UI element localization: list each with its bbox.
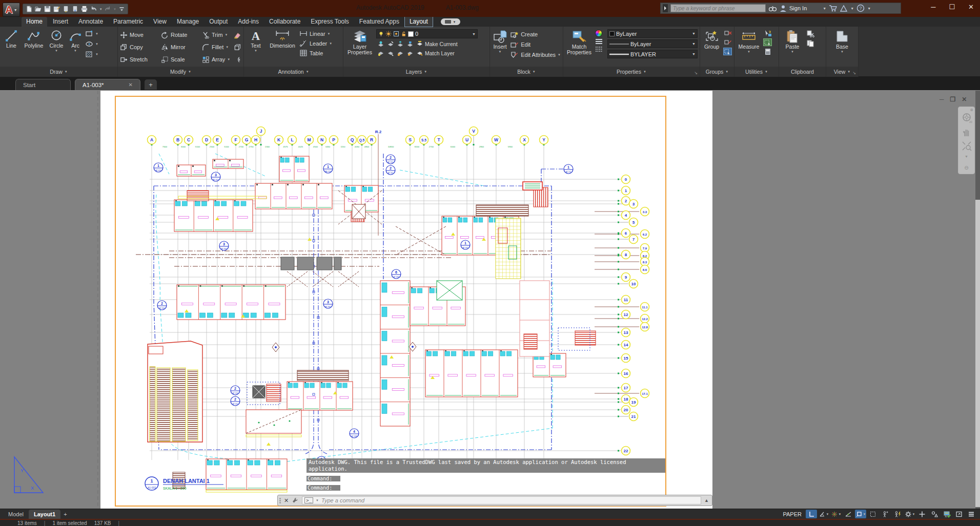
grid-display-toggle[interactable]	[806, 510, 817, 518]
base-button[interactable]: Base▼	[831, 28, 853, 67]
collapse-arrow-icon[interactable]	[663, 4, 668, 12]
group-button[interactable]: Group	[702, 28, 721, 67]
apps-dropdown[interactable]: ▼	[850, 7, 854, 10]
search-input[interactable]	[670, 4, 766, 12]
transfer-button[interactable]	[71, 5, 79, 13]
layer-restore-tool[interactable]	[376, 49, 385, 57]
group-edit-button[interactable]	[723, 38, 732, 46]
close-tab-icon[interactable]: ✕	[129, 82, 133, 88]
layer-prev-tool[interactable]	[396, 49, 404, 57]
layer-isolate-tool[interactable]	[386, 40, 395, 48]
plot-device-button[interactable]	[62, 5, 70, 13]
paper-space-toggle[interactable]: PAPER	[780, 511, 805, 517]
create-block-button[interactable]: Create	[510, 30, 561, 39]
redo-button[interactable]	[104, 5, 112, 13]
tab-manage[interactable]: Manage	[172, 17, 203, 27]
tab-layout[interactable]: Layout	[405, 17, 433, 27]
text-button[interactable]: A Text▼	[246, 28, 266, 67]
ribbon-display-toggle[interactable]: ▼	[441, 18, 460, 25]
undo-button[interactable]	[90, 5, 97, 13]
tab-view[interactable]: View	[149, 17, 171, 27]
steering-wheel-icon[interactable]: 2D	[961, 112, 972, 123]
polar-tracking-toggle[interactable]: ▼	[830, 510, 842, 518]
dimension-button[interactable]: Dimension	[268, 28, 297, 67]
layer-lock-tool[interactable]	[405, 40, 414, 48]
leader-button[interactable]: Leader▼	[299, 39, 332, 48]
workspace-gear-button[interactable]: ▼	[904, 510, 915, 518]
quick-select-button[interactable]	[763, 29, 772, 37]
circle-button[interactable]: Circle▼	[47, 28, 66, 67]
transparency-icon[interactable]	[595, 46, 603, 52]
isolate-objects-button[interactable]	[929, 510, 940, 518]
rotate-button[interactable]: Rotate	[161, 29, 202, 41]
customization-menu-button[interactable]	[966, 510, 977, 518]
pan-hand-icon[interactable]	[962, 127, 972, 137]
offset-button[interactable]	[233, 53, 241, 66]
tab-collaborate[interactable]: Collaborate	[264, 17, 305, 27]
help-icon[interactable]: ?	[856, 4, 865, 12]
panel-caption-modify[interactable]: Modify▼	[118, 67, 243, 77]
hatch-button[interactable]: ▼	[85, 50, 98, 58]
fillet-button[interactable]: Fillet▼	[202, 41, 229, 53]
add-layout-tab[interactable]: +	[60, 510, 70, 519]
file-tab-a1-003[interactable]: A1-003*✕	[75, 79, 140, 90]
vertical-scrollbar[interactable]	[975, 91, 980, 509]
clean-screen-button[interactable]	[953, 510, 965, 518]
scrollbar-thumb[interactable]	[975, 200, 980, 507]
object-snap-toggle[interactable]: ▼	[855, 510, 866, 518]
layer-match-tool[interactable]	[386, 49, 395, 57]
navbar-more-dropdown[interactable]: ▼	[965, 155, 968, 158]
save-button[interactable]	[44, 5, 51, 13]
selection-cycling-toggle[interactable]	[867, 510, 879, 518]
open-file-button[interactable]	[34, 5, 42, 13]
redo-dropdown[interactable]: ▼	[113, 5, 116, 13]
zoom-extents-icon[interactable]	[962, 141, 972, 151]
drawing-minimize-button[interactable]: ─	[940, 96, 944, 103]
search-binoculars-icon[interactable]	[768, 5, 777, 12]
ellipse-button[interactable]: ▼	[85, 40, 98, 48]
minimize-button[interactable]: ─	[931, 3, 935, 11]
file-tab-start[interactable]: Start	[15, 79, 71, 90]
erase-button[interactable]	[233, 29, 241, 41]
layer-off-tool[interactable]	[376, 40, 385, 48]
autoscale-toggle[interactable]	[892, 510, 903, 518]
lineweight-select[interactable]: BYLAYER▼	[607, 50, 698, 58]
panel-caption-view[interactable]: View▼↘	[826, 67, 858, 77]
paste-button[interactable]: Paste▼	[781, 28, 804, 67]
quick-calculator-button[interactable]	[763, 48, 772, 55]
array-button[interactable]: Array▼	[202, 53, 230, 66]
panel-caption-layers[interactable]: Layers▼	[343, 67, 489, 77]
panel-caption-block[interactable]: Block▼	[490, 67, 563, 77]
layer-properties-button[interactable]: Layer Properties	[345, 28, 374, 67]
close-button[interactable]: ✕	[968, 3, 974, 11]
navigation-bar[interactable]: ⊗ 2D ▼ ⊖	[958, 107, 975, 174]
tab-express-tools[interactable]: Express Tools	[306, 17, 353, 27]
insert-button[interactable]: Insert▼	[492, 28, 508, 67]
command-input[interactable]: >_ ▼ Type a command	[302, 496, 701, 504]
layer-freeze-tool[interactable]	[396, 40, 404, 48]
application-menu-button[interactable]: A▼	[3, 3, 20, 17]
tab-output[interactable]: Output	[205, 17, 232, 27]
panel-caption-properties[interactable]: Properties▼↘	[563, 67, 700, 77]
drawing-close-button[interactable]: ✕	[962, 96, 967, 103]
layer-select[interactable]: 0 ▼	[376, 29, 478, 38]
help-dropdown[interactable]: ▼	[867, 7, 871, 10]
sign-in-dropdown[interactable]: ▼	[823, 7, 826, 10]
layout1-tab[interactable]: Layout1	[29, 510, 60, 519]
panel-caption-utilities[interactable]: Utilities▼	[734, 67, 779, 77]
ungroup-button[interactable]	[723, 29, 732, 37]
linetype-select[interactable]: ByLayer▼	[607, 39, 698, 48]
model-tab[interactable]: Model	[3, 510, 29, 519]
tab-add-ins[interactable]: Add-ins	[233, 17, 263, 27]
annotation-monitor-toggle[interactable]	[916, 510, 928, 518]
autodesk-app-icon[interactable]	[840, 5, 848, 12]
rectangle-button[interactable]: ▼	[85, 30, 98, 38]
sign-in-label[interactable]: Sign In	[789, 5, 807, 11]
measure-button[interactable]: Measure▼	[737, 28, 761, 67]
linetype-list-icon[interactable]	[595, 38, 603, 45]
scale-button[interactable]: Scale	[161, 53, 202, 66]
command-expand-icon[interactable]: ▲	[704, 498, 709, 503]
command-close-icon[interactable]: ✕	[284, 497, 289, 504]
navbar-close-icon[interactable]: ⊗	[970, 108, 973, 112]
explode-button[interactable]	[233, 41, 241, 53]
